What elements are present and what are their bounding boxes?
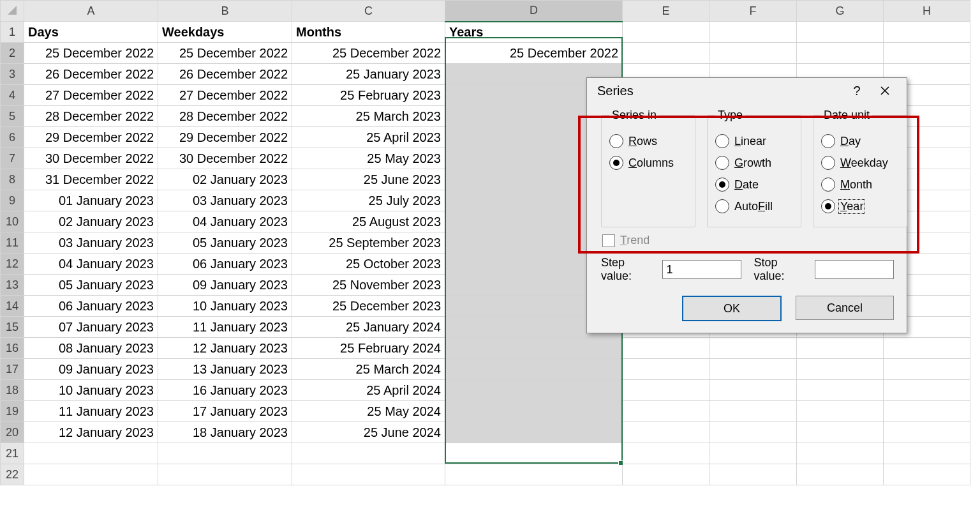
row-header-7[interactable]: 7 (1, 148, 24, 169)
cell-E21[interactable] (623, 443, 709, 464)
cell-H16[interactable] (884, 338, 970, 359)
row-header-3[interactable]: 3 (1, 64, 24, 85)
cell-G17[interactable] (797, 359, 884, 380)
cell-A10[interactable]: 02 January 2023 (24, 211, 158, 232)
cell-C10[interactable]: 25 August 2023 (292, 211, 445, 232)
dialog-close-button[interactable] (871, 86, 899, 96)
row-header-16[interactable]: 16 (1, 338, 24, 359)
row-header-14[interactable]: 14 (1, 296, 24, 317)
step-value-input[interactable] (662, 260, 741, 279)
cell-C18[interactable]: 25 April 2024 (292, 380, 445, 401)
fill-handle[interactable] (618, 460, 623, 466)
cell-C11[interactable]: 25 September 2023 (292, 232, 445, 254)
cell-B17[interactable]: 13 January 2023 (158, 359, 292, 380)
dialog-help-button[interactable]: ? (843, 84, 871, 98)
checkbox-trend[interactable]: Trend (602, 234, 894, 247)
cell-A15[interactable]: 07 January 2023 (24, 317, 158, 338)
cell-A21[interactable] (24, 443, 158, 464)
cell-H1[interactable] (884, 22, 970, 43)
cell-C4[interactable]: 25 February 2023 (292, 85, 445, 106)
cell-E22[interactable] (623, 464, 709, 485)
cancel-button[interactable]: Cancel (796, 296, 894, 320)
cell-C8[interactable]: 25 June 2023 (292, 169, 445, 190)
select-all-corner[interactable] (1, 1, 24, 22)
cell-A5[interactable]: 28 December 2022 (24, 106, 158, 127)
cell-C14[interactable]: 25 December 2023 (292, 296, 445, 317)
row-header-8[interactable]: 8 (1, 169, 24, 190)
cell-D19[interactable] (445, 401, 623, 422)
cell-C20[interactable]: 25 June 2024 (292, 422, 445, 443)
cell-B15[interactable]: 11 January 2023 (158, 317, 292, 338)
radio-autofill[interactable]: AutoFill (715, 197, 792, 215)
cell-H17[interactable] (884, 359, 970, 380)
cell-F21[interactable] (709, 443, 797, 464)
cell-H18[interactable] (884, 380, 970, 401)
cell-B13[interactable]: 09 January 2023 (158, 275, 292, 296)
radio-month[interactable]: Month (821, 176, 898, 194)
cell-A14[interactable]: 06 January 2023 (24, 296, 158, 317)
cell-C19[interactable]: 25 May 2024 (292, 401, 445, 422)
cell-E19[interactable] (623, 401, 709, 422)
cell-D17[interactable] (445, 359, 623, 380)
cell-A12[interactable]: 04 January 2023 (24, 254, 158, 275)
cell-H22[interactable] (884, 464, 970, 485)
cell-B20[interactable]: 18 January 2023 (158, 422, 292, 443)
row-header-17[interactable]: 17 (1, 359, 24, 380)
cell-E18[interactable] (623, 380, 709, 401)
row-header-18[interactable]: 18 (1, 380, 24, 401)
cell-A3[interactable]: 26 December 2022 (24, 64, 158, 85)
row-header-19[interactable]: 19 (1, 401, 24, 422)
col-header-E[interactable]: E (623, 1, 709, 22)
row-header-11[interactable]: 11 (1, 232, 24, 254)
cell-H19[interactable] (884, 401, 970, 422)
cell-C9[interactable]: 25 July 2023 (292, 190, 445, 211)
cell-G21[interactable] (797, 443, 884, 464)
cell-G20[interactable] (797, 422, 884, 443)
cell-F20[interactable] (709, 422, 797, 443)
cell-B22[interactable] (158, 464, 292, 485)
cell-D1[interactable]: Years (445, 22, 623, 43)
col-header-A[interactable]: A (24, 1, 158, 22)
cell-A20[interactable]: 12 January 2023 (24, 422, 158, 443)
cell-C6[interactable]: 25 April 2023 (292, 127, 445, 148)
row-header-21[interactable]: 21 (1, 443, 24, 464)
cell-A1[interactable]: Days (24, 22, 158, 43)
cell-C2[interactable]: 25 December 2022 (292, 43, 445, 64)
cell-A9[interactable]: 01 January 2023 (24, 190, 158, 211)
cell-A4[interactable]: 27 December 2022 (24, 85, 158, 106)
row-header-6[interactable]: 6 (1, 127, 24, 148)
cell-B19[interactable]: 17 January 2023 (158, 401, 292, 422)
cell-B7[interactable]: 30 December 2022 (158, 148, 292, 169)
cell-C22[interactable] (292, 464, 445, 485)
cell-B14[interactable]: 10 January 2023 (158, 296, 292, 317)
col-header-H[interactable]: H (884, 1, 970, 22)
radio-day[interactable]: Day (821, 132, 898, 150)
cell-G19[interactable] (797, 401, 884, 422)
cell-A11[interactable]: 03 January 2023 (24, 232, 158, 254)
row-header-9[interactable]: 9 (1, 190, 24, 211)
row-header-4[interactable]: 4 (1, 85, 24, 106)
cell-C12[interactable]: 25 October 2023 (292, 254, 445, 275)
radio-linear[interactable]: Linear (715, 132, 792, 150)
cell-A7[interactable]: 30 December 2022 (24, 148, 158, 169)
row-header-22[interactable]: 22 (1, 464, 24, 485)
cell-C5[interactable]: 25 March 2023 (292, 106, 445, 127)
cell-D18[interactable] (445, 380, 623, 401)
row-header-1[interactable]: 1 (1, 22, 24, 43)
row-header-12[interactable]: 12 (1, 254, 24, 275)
cell-B8[interactable]: 02 January 2023 (158, 169, 292, 190)
ok-button[interactable]: OK (682, 296, 782, 321)
cell-C13[interactable]: 25 November 2023 (292, 275, 445, 296)
cell-C16[interactable]: 25 February 2024 (292, 338, 445, 359)
cell-B18[interactable]: 16 January 2023 (158, 380, 292, 401)
cell-A2[interactable]: 25 December 2022 (24, 43, 158, 64)
cell-B5[interactable]: 28 December 2022 (158, 106, 292, 127)
cell-F17[interactable] (709, 359, 797, 380)
cell-C21[interactable] (292, 443, 445, 464)
cell-A8[interactable]: 31 December 2022 (24, 169, 158, 190)
cell-A13[interactable]: 05 January 2023 (24, 275, 158, 296)
row-header-5[interactable]: 5 (1, 106, 24, 127)
cell-B21[interactable] (158, 443, 292, 464)
cell-E17[interactable] (623, 359, 709, 380)
cell-H2[interactable] (884, 43, 970, 64)
